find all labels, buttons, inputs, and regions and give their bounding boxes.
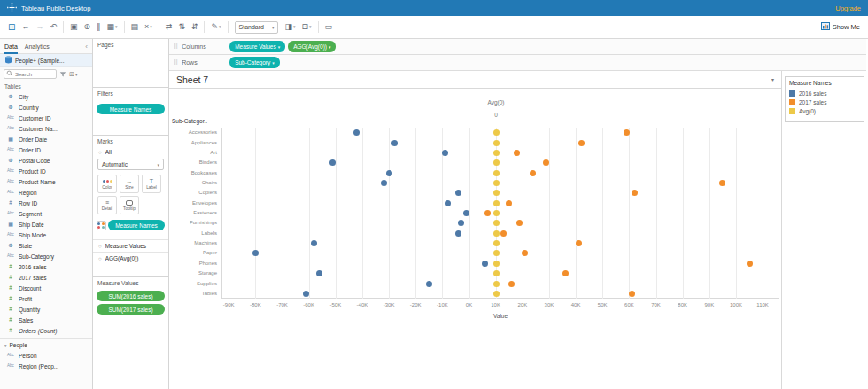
search-field[interactable] — [15, 72, 54, 77]
field-item[interactable]: ▦Ship Date — [0, 219, 92, 230]
mark-dot[interactable] — [482, 261, 488, 267]
pages-shelf[interactable]: Pages — [93, 39, 168, 88]
mark-dot[interactable] — [493, 270, 500, 276]
field-item[interactable]: #Sales — [0, 315, 92, 325]
duplicate-icon[interactable]: ▤ — [131, 23, 139, 31]
mark-dot[interactable] — [493, 281, 500, 287]
measure-values-pill-sum-2017-sales[interactable]: SUM(2017 sales) — [97, 304, 165, 315]
new-worksheet-icon[interactable]: ▦▾ — [107, 23, 118, 31]
swap-rows-columns-icon[interactable]: ⇄ — [166, 23, 173, 31]
filter-pill-measure-names[interactable]: Measure Names — [97, 104, 165, 114]
marks-pill-measure-names[interactable]: Measure Names — [108, 220, 165, 230]
collapse-pane-icon[interactable]: ‹ — [85, 43, 88, 51]
mark-dot[interactable] — [493, 159, 500, 166]
field-item[interactable]: #Orders (Count) — [0, 325, 92, 336]
field-item[interactable]: #Profit — [0, 293, 92, 304]
legend-item[interactable]: Avg(0) — [789, 106, 860, 115]
presentation-mode-icon[interactable]: ▭ — [325, 23, 333, 31]
upgrade-link[interactable]: Upgrade — [835, 4, 861, 12]
mark-dot[interactable] — [562, 270, 569, 276]
mark-dot[interactable] — [303, 291, 309, 297]
mark-dot[interactable] — [445, 200, 451, 206]
legend-item[interactable]: 2017 sales — [789, 97, 860, 106]
mark-dot[interactable] — [747, 261, 753, 267]
mark-dot[interactable] — [493, 200, 500, 206]
field-item[interactable]: #Quantity — [0, 304, 92, 315]
mark-dot[interactable] — [493, 220, 500, 226]
field-item[interactable]: ⊕Country — [0, 102, 92, 113]
field-item[interactable]: AbcProduct ID — [0, 166, 92, 176]
field-item[interactable]: AbcCustomer Na... — [0, 123, 92, 134]
mark-dot[interactable] — [576, 240, 582, 246]
mark-dot[interactable] — [463, 210, 469, 216]
mark-dot[interactable] — [506, 200, 512, 206]
mark-dot[interactable] — [493, 210, 500, 216]
field-item[interactable]: ⊕City — [0, 91, 92, 102]
filters-shelf[interactable]: Filters Measure Names — [93, 88, 168, 136]
field-item[interactable]: ▦Order Date — [0, 134, 92, 144]
fit-axes-icon[interactable]: ⊡▾ — [302, 23, 312, 31]
measure-names-legend[interactable]: Measure Names 2016 sales2017 salesAvg(0) — [785, 76, 864, 122]
field-item[interactable]: #2016 sales — [0, 261, 92, 272]
undo-icon[interactable]: ↶ — [50, 23, 57, 31]
save-icon[interactable]: ▣ — [70, 23, 78, 31]
rows-shelf[interactable]: ⠿ Rows Sub-Category▾ — [169, 55, 866, 71]
search-input[interactable] — [4, 69, 57, 79]
sort-ascending-icon[interactable]: ⇅ — [178, 23, 185, 31]
color-button[interactable]: Color — [97, 175, 117, 193]
mark-dot[interactable] — [493, 261, 500, 267]
mark-dot[interactable] — [500, 230, 507, 237]
mark-dot[interactable] — [386, 170, 392, 176]
fit-select[interactable]: Standard▾ — [235, 21, 279, 34]
field-item[interactable]: AbcShip Mode — [0, 230, 92, 240]
start-page-icon[interactable]: ⊞ — [8, 23, 15, 32]
mark-dot[interactable] — [493, 170, 500, 176]
new-data-source-icon[interactable]: ⊕ — [83, 23, 90, 31]
mark-dot[interactable] — [493, 180, 500, 186]
mark-dot[interactable] — [426, 281, 432, 287]
mark-dot[interactable] — [442, 150, 448, 156]
tooltip-button[interactable]: Tooltip — [120, 196, 139, 214]
tab-data[interactable]: Data — [4, 39, 18, 54]
marks-section-agg-avg[interactable]: ○ AGG(Avg(0)) — [93, 252, 168, 264]
people-section-header[interactable]: ▾ People — [0, 338, 92, 350]
rows-pill-sub-category[interactable]: Sub-Category▾ — [229, 57, 280, 68]
label-button[interactable]: TLabel — [142, 175, 161, 193]
filter-fields-icon[interactable] — [59, 71, 66, 78]
mark-type-select[interactable]: Automatic ▾ — [97, 159, 164, 170]
field-item[interactable]: AbcSub-Category — [0, 251, 92, 261]
mark-dot[interactable] — [530, 170, 536, 176]
mark-dot[interactable] — [493, 190, 500, 196]
field-item[interactable]: ⊕Postal Code — [0, 155, 92, 166]
show-me-button[interactable]: Show Me — [821, 22, 860, 32]
highlight-icon[interactable]: ✎▾ — [211, 23, 221, 31]
forward-icon[interactable]: → — [35, 23, 43, 31]
mark-dot[interactable] — [493, 129, 500, 136]
field-item[interactable]: AbcRegion — [0, 187, 92, 198]
sort-descending-icon[interactable]: ⇵ — [191, 23, 198, 31]
detail-button[interactable]: ≡Detail — [97, 196, 117, 214]
mark-dot[interactable] — [508, 281, 515, 287]
mark-dot[interactable] — [381, 180, 387, 186]
field-item[interactable]: AbcProduct Name — [0, 176, 92, 187]
mark-dot[interactable] — [493, 240, 500, 246]
view-options-icon[interactable]: ⊞▾ — [69, 71, 77, 78]
mark-dot[interactable] — [629, 291, 635, 297]
tab-analytics[interactable]: Analytics — [25, 39, 50, 54]
field-item[interactable]: #Row ID — [0, 198, 92, 208]
field-item[interactable]: AbcOrder ID — [0, 144, 92, 155]
columns-shelf[interactable]: ⠿ Columns Measure Values▾AGG(Avg(0))▾ — [169, 39, 866, 55]
mark-dot[interactable] — [493, 140, 500, 146]
mark-dot[interactable] — [493, 230, 500, 237]
marks-all-row[interactable]: ○ All — [93, 146, 168, 157]
mark-dot[interactable] — [391, 140, 398, 146]
mark-dot[interactable] — [578, 140, 585, 146]
measure-values-pill-sum-2016-sales[interactable]: SUM(2016 sales) — [97, 291, 165, 301]
marks-section-measure-values[interactable]: ○ Measure Values — [93, 239, 168, 252]
datasource-item[interactable]: People+ (Sample... — [0, 54, 92, 67]
mark-dot[interactable] — [455, 230, 461, 237]
mark-dot[interactable] — [493, 150, 500, 156]
legend-item[interactable]: 2016 sales — [789, 89, 860, 97]
field-item[interactable]: AbcRegion (Peop... — [0, 361, 92, 371]
field-item[interactable]: #Discount — [0, 283, 92, 293]
